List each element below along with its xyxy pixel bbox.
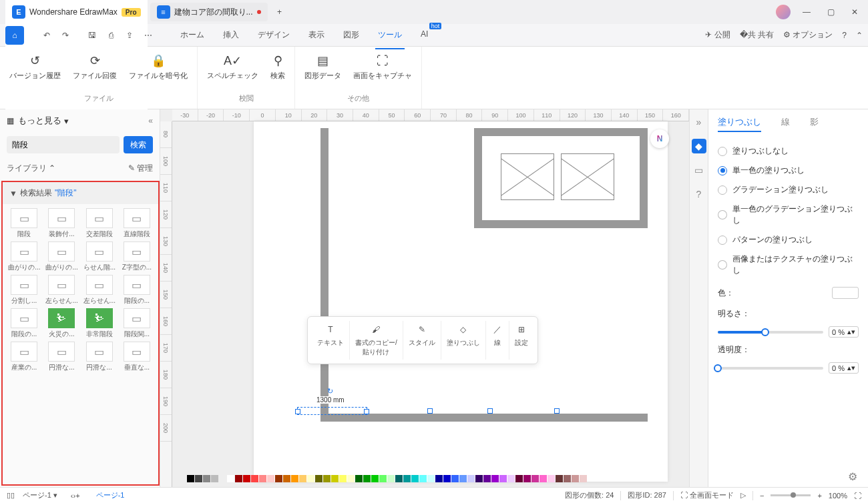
- ft-line-button[interactable]: ／線: [486, 321, 509, 360]
- color-swatch[interactable]: [580, 475, 587, 482]
- export-button[interactable]: ⇪: [120, 26, 139, 45]
- color-swatch[interactable]: [387, 475, 395, 482]
- shape-item[interactable]: ▭交差階段: [82, 208, 117, 239]
- shape-item[interactable]: ⛷火災の...: [44, 308, 79, 339]
- manage-button[interactable]: ✎ 管理: [128, 163, 153, 174]
- color-swatch[interactable]: [515, 475, 523, 482]
- resize-handle[interactable]: [364, 409, 369, 414]
- color-swatch[interactable]: [211, 475, 218, 482]
- help-button[interactable]: ?: [842, 31, 847, 40]
- color-swatch[interactable]: [259, 475, 266, 482]
- color-swatch[interactable]: [483, 475, 491, 482]
- shape-item[interactable]: ▭直線階段: [120, 208, 154, 239]
- color-swatch[interactable]: [251, 475, 258, 482]
- version-history-button[interactable]: ↺バージョン履歴: [9, 51, 61, 93]
- canvas-area[interactable]: -30-20-100102030405060708090100110120130…: [160, 109, 689, 487]
- color-swatch[interactable]: [419, 475, 427, 482]
- minimize-button[interactable]: —: [799, 4, 815, 20]
- resize-handle[interactable]: [295, 409, 300, 414]
- page-tab-active[interactable]: ページ-1: [89, 490, 132, 500]
- shape-search-input[interactable]: [7, 136, 120, 153]
- save-button[interactable]: 🖫: [83, 26, 101, 45]
- room-shape[interactable]: [501, 153, 554, 200]
- color-swatch[interactable]: [275, 475, 282, 482]
- shape-item[interactable]: ▭曲がりの...: [7, 241, 41, 272]
- shape-item[interactable]: ▭分割し...: [7, 275, 41, 306]
- menu-insert[interactable]: 挿入: [220, 25, 242, 45]
- settings-gear-icon[interactable]: ⚙: [848, 470, 857, 483]
- color-swatch[interactable]: [523, 475, 531, 482]
- color-swatch[interactable]: [347, 475, 355, 482]
- menu-ai[interactable]: AI hot: [418, 25, 431, 45]
- shape-item[interactable]: ▭らせん階...: [82, 241, 117, 272]
- ft-settings-button[interactable]: ⊞設定: [509, 321, 533, 360]
- fullscreen-button[interactable]: ⛶ 全画面モード: [680, 490, 734, 500]
- color-swatch[interactable]: [564, 475, 571, 482]
- canvas-paper[interactable]: 1300 mm ↻: [254, 121, 668, 482]
- capture-button[interactable]: ⛶画面をキャプチャ: [353, 51, 412, 93]
- redo-button[interactable]: ↷: [56, 26, 75, 45]
- color-swatch[interactable]: [299, 475, 306, 482]
- menu-design[interactable]: デザイン: [255, 25, 292, 45]
- wall-node[interactable]: [487, 408, 493, 414]
- wall-node[interactable]: [427, 408, 433, 414]
- rotate-handle-icon[interactable]: ↻: [327, 387, 333, 396]
- color-swatch[interactable]: [307, 475, 314, 482]
- ft-fill-button[interactable]: ◇塗りつぶし: [441, 321, 486, 360]
- zoom-value[interactable]: 100%: [829, 492, 847, 500]
- shape-item[interactable]: ▭階段: [7, 208, 41, 239]
- shape-item[interactable]: ▭垂直な...: [120, 342, 154, 372]
- transparency-value[interactable]: 0 %▴▾: [829, 362, 859, 374]
- menu-view[interactable]: 表示: [306, 25, 327, 45]
- new-tab-button[interactable]: +: [270, 3, 289, 21]
- tab-line[interactable]: 線: [781, 116, 790, 132]
- color-swatch[interactable]: [451, 475, 459, 482]
- color-swatch[interactable]: [411, 475, 419, 482]
- wall[interactable]: [474, 220, 648, 228]
- color-swatch[interactable]: [435, 475, 443, 482]
- page-tab-button[interactable]: ▭: [692, 163, 706, 177]
- color-swatch[interactable]: [219, 475, 226, 482]
- fill-gradient-radio[interactable]: グラデーション塗りつぶし: [718, 180, 859, 199]
- color-swatch[interactable]: [459, 475, 467, 482]
- print-button[interactable]: ⎙: [101, 26, 120, 45]
- brightness-slider[interactable]: [718, 331, 823, 334]
- color-swatch[interactable]: [475, 475, 483, 482]
- shape-search-button[interactable]: 検索: [124, 136, 153, 153]
- wall[interactable]: [640, 128, 648, 228]
- color-swatch[interactable]: [363, 475, 371, 482]
- file-recover-button[interactable]: ⟳ファイル回復: [73, 51, 117, 93]
- color-swatch[interactable]: [267, 475, 274, 482]
- color-swatch[interactable]: [467, 475, 475, 482]
- color-swatch[interactable]: [355, 475, 363, 482]
- search-results-header[interactable]: ▼ 検索結果 "階段": [3, 182, 158, 204]
- color-swatch[interactable]: [443, 475, 451, 482]
- color-swatch[interactable]: [371, 475, 379, 482]
- shape-data-button[interactable]: ▤図形データ: [304, 51, 341, 93]
- color-swatch[interactable]: [556, 475, 563, 482]
- more-dropdown[interactable]: もっと見る ▾: [18, 115, 69, 127]
- fill-solid-gradient-radio[interactable]: 単一色のグラデーション塗りつぶし: [718, 199, 859, 230]
- fit-button[interactable]: ⛶: [854, 492, 861, 500]
- shape-item[interactable]: ▭産業の...: [7, 342, 41, 372]
- ft-text-button[interactable]: Tテキスト: [312, 321, 350, 360]
- color-swatch[interactable]: [235, 475, 242, 482]
- wall[interactable]: [474, 128, 482, 228]
- close-button[interactable]: ✕: [847, 4, 863, 20]
- zoom-out-button[interactable]: −: [760, 492, 764, 500]
- zoom-slider[interactable]: [771, 494, 811, 496]
- color-swatch[interactable]: [283, 475, 290, 482]
- fill-solid-radio[interactable]: 単一色の塗りつぶし: [718, 161, 859, 180]
- shape-item[interactable]: ⛷非常階段: [82, 308, 117, 339]
- shape-item[interactable]: ▭円滑な...: [44, 342, 79, 372]
- shape-item[interactable]: ▭階段の...: [120, 275, 154, 306]
- collapse-ribbon-button[interactable]: ⌃: [856, 31, 863, 40]
- publish-button[interactable]: ✈ 公開: [705, 29, 730, 41]
- color-picker[interactable]: [832, 287, 859, 299]
- add-page-button[interactable]: +: [75, 492, 79, 500]
- avatar[interactable]: [776, 5, 791, 19]
- color-swatch[interactable]: [395, 475, 403, 482]
- color-swatch[interactable]: [403, 475, 411, 482]
- color-swatch[interactable]: [572, 475, 579, 482]
- color-swatch[interactable]: [491, 475, 499, 482]
